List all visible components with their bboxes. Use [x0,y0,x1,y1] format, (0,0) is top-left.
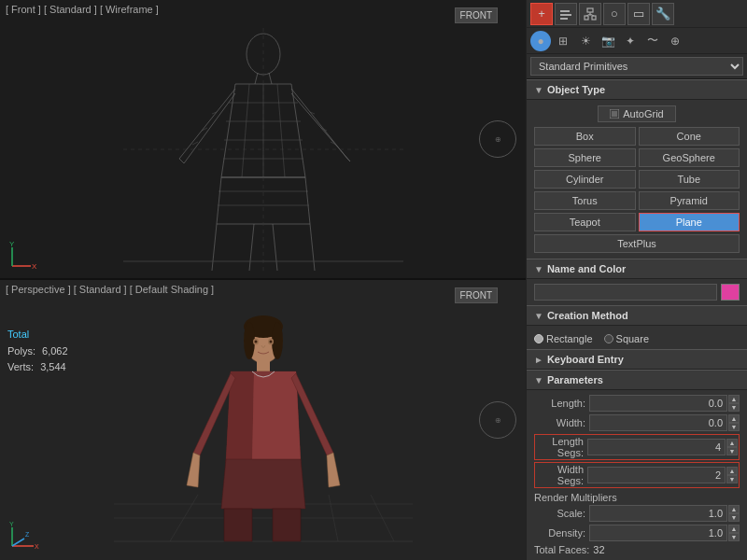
scale-spinner: ▲ ▼ [728,505,740,522]
main-toolbar: + ○ ▭ 🔧 [527,0,747,28]
svg-rect-64 [560,18,568,20]
lights-button[interactable]: ☀ [575,31,596,51]
utilities-button[interactable]: 🔧 [652,3,674,25]
name-color-header[interactable]: ▼ Name and Color [527,259,747,279]
density-label: Density: [534,527,585,539]
svg-rect-67 [592,16,596,20]
viewport-bottom[interactable]: [ Perspective ] [ Standard ] [ Default S… [0,280,526,560]
spacewarps-button[interactable]: 〜 [642,31,663,51]
length-spinner: ▲ ▼ [728,395,740,412]
length-label: Length: [534,398,585,409]
cameras-button[interactable]: 📷 [598,31,618,51]
3d-figure [114,308,413,560]
width-down[interactable]: ▼ [728,423,740,431]
sphere-button[interactable]: Sphere [534,148,636,167]
viewport-top-badge: FRONT [455,7,498,23]
pyramid-button[interactable]: Pyramid [639,191,740,210]
name-input-row [534,284,740,301]
teapot-button[interactable]: Teapot [534,213,636,231]
density-spinner: ▲ ▼ [728,525,740,541]
length-input[interactable] [589,395,727,412]
length-segs-up[interactable]: ▲ [726,439,738,447]
modify-button[interactable] [555,3,577,25]
width-segs-spinner: ▲ ▼ [726,467,738,483]
orbit-indicator-bottom: ⊕ [479,401,516,439]
name-color-arrow: ▼ [534,264,543,274]
density-up[interactable]: ▲ [728,525,740,533]
systems-button[interactable]: ⊕ [665,31,685,51]
geosphere-button[interactable]: GeoSphere [639,148,740,167]
width-segs-label: Width Segs: [536,464,584,486]
density-down[interactable]: ▼ [728,533,740,541]
textplus-button[interactable]: TextPlus [534,234,740,253]
svg-rect-50 [224,509,252,541]
length-segs-input[interactable] [587,439,726,455]
cone-button[interactable]: Cone [639,127,740,146]
hierarchy-button[interactable] [579,3,601,25]
creation-method-header[interactable]: ▼ Creation Method [527,305,747,326]
display-button[interactable]: ▭ [627,3,650,25]
tube-button[interactable]: Tube [639,170,740,189]
torus-button[interactable]: Torus [534,191,636,210]
plane-button[interactable]: Plane [639,213,740,231]
scale-down[interactable]: ▼ [728,513,740,522]
scale-label: Scale: [534,508,585,519]
width-input[interactable] [589,414,727,431]
object-type-label: Object Type [547,84,605,95]
rectangle-radio[interactable]: Rectangle [534,333,593,344]
create-button[interactable]: + [530,3,553,25]
shapes-button[interactable]: ⊞ [553,31,573,51]
motion-button[interactable]: ○ [603,3,626,25]
svg-line-19 [347,159,350,161]
name-field[interactable] [534,284,717,301]
svg-rect-72 [612,111,617,117]
width-segs-down[interactable]: ▼ [726,475,738,483]
name-color-label: Name and Color [547,263,626,274]
color-swatch[interactable] [721,284,740,301]
total-faces-label: Total Faces: [534,544,589,555]
scale-up[interactable]: ▲ [728,505,740,513]
svg-line-16 [192,142,198,145]
category-dropdown[interactable]: Standard Primitives [530,57,743,76]
width-spinner: ▲ ▼ [728,414,740,431]
keyboard-entry-header[interactable]: ► Keyboard Entry [527,349,747,370]
parameters-section: Length: ▲ ▼ Width: ▲ ▼ Length Segs: [527,390,747,560]
svg-point-55 [269,341,272,343]
viewport-bottom-badge: FRONT [455,287,498,303]
creation-method-arrow: ▼ [534,311,543,321]
square-label: Square [616,333,649,344]
density-row: Density: ▲ ▼ [534,525,740,541]
svg-line-11 [179,89,235,159]
parameters-header[interactable]: ▼ Parameters [527,370,747,390]
autogrid-button[interactable]: AutoGrid [598,105,675,122]
rectangle-label: Rectangle [546,333,593,344]
length-segs-label: Length Segs: [536,436,584,458]
object-type-header[interactable]: ▼ Object Type [527,79,747,100]
length-up[interactable]: ▲ [728,395,740,403]
render-multipliers-label: Render Multipliers [534,492,740,503]
length-segs-down[interactable]: ▼ [726,447,738,455]
width-up[interactable]: ▲ [728,414,740,423]
svg-text:Y: Y [9,240,15,248]
scale-input[interactable] [589,505,727,522]
geometry-button[interactable]: ● [530,31,551,51]
panel-content[interactable]: ▼ Object Type AutoGrid Box Cone Sphere G… [527,79,747,560]
length-segs-highlighted: Length Segs: ▲ ▼ [534,434,740,460]
width-label: Width: [534,417,585,428]
width-segs-up[interactable]: ▲ [726,467,738,475]
helpers-button[interactable]: ✦ [620,31,641,51]
svg-text:X: X [32,262,37,271]
box-button[interactable]: Box [534,127,636,146]
svg-rect-62 [560,10,570,12]
cylinder-button[interactable]: Cylinder [534,170,636,189]
total-faces-row: Total Faces: 32 [534,544,740,555]
length-down[interactable]: ▼ [728,403,740,412]
object-type-grid: AutoGrid Box Cone Sphere GeoSphere Cylin… [527,100,747,259]
parameters-label: Parameters [547,374,603,385]
square-radio[interactable]: Square [604,333,649,344]
density-input[interactable] [589,525,727,541]
viewport-top[interactable]: [ Front ] [ Standard ] [ Wireframe ] FRO… [0,0,526,280]
width-segs-input[interactable] [587,467,726,483]
total-faces-value: 32 [593,544,604,555]
viewport-top-label: [ Front ] [ Standard ] [ Wireframe ] [6,4,159,15]
